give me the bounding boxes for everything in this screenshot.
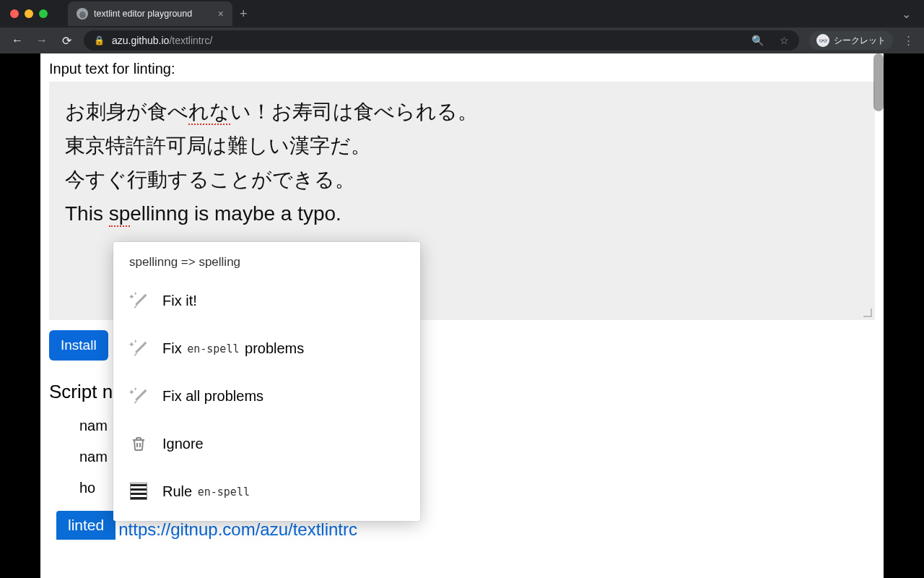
vertical-scrollbar[interactable] (873, 53, 884, 111)
address-bar[interactable]: 🔒 azu.github.io/textlintrc/ 🔍 ☆ (84, 30, 799, 51)
popup-header: spellinng => spelling (113, 242, 420, 277)
address-bar-row: ← → ⟳ 🔒 azu.github.io/textlintrc/ 🔍 ☆ 👓 … (0, 27, 924, 53)
tab-title: textlint editor playground (94, 9, 212, 19)
incognito-badge: 👓 シークレット (809, 31, 893, 50)
wand-icon (129, 387, 148, 405)
url-path: /textlintrc/ (169, 35, 212, 46)
popup-item-label: Ignore (162, 436, 204, 452)
popup-item-label: Fix it! (162, 293, 197, 309)
kebab-menu-icon[interactable]: ⋮ (903, 34, 914, 47)
popup-item-label: Fix en-spell problems (162, 340, 304, 357)
close-tab-icon[interactable]: × (218, 8, 224, 20)
lint-suggestion-popup: spellinng => spelling Fix it!Fix en-spel… (113, 242, 420, 521)
trash-icon (129, 434, 148, 453)
editor-line[interactable]: This spellinng is maybe a typo. (65, 197, 859, 230)
popup-item-3[interactable]: Ignore (113, 420, 420, 467)
popup-item-label: Fix all problems (162, 388, 263, 405)
popup-item-1[interactable]: Fix en-spell problems (113, 324, 420, 372)
close-window-icon[interactable] (10, 9, 19, 18)
rule-icon (129, 482, 148, 501)
forward-button[interactable]: → (35, 34, 49, 47)
bookmark-icon[interactable]: ☆ (780, 35, 789, 46)
popup-item-4[interactable]: Rule en-spell (113, 467, 420, 515)
editor-line[interactable]: 東京特許許可局は難しい漢字だ。 (65, 129, 859, 163)
back-button[interactable]: ← (10, 34, 25, 47)
input-heading: Input text for linting: (49, 61, 875, 77)
favicon-icon: ◎ (77, 8, 88, 20)
tab-bar: ◎ textlint editor playground × + ⌄ (0, 0, 924, 27)
popup-item-0[interactable]: Fix it! (113, 277, 420, 324)
install-button[interactable]: Install (49, 330, 108, 361)
tab-overflow-icon[interactable]: ⌄ (902, 7, 911, 21)
new-tab-button[interactable]: + (240, 7, 248, 22)
reload-button[interactable]: ⟳ (59, 34, 74, 48)
wand-icon (129, 291, 148, 310)
browser-chrome: ◎ textlint editor playground × + ⌄ ← → ⟳… (0, 0, 924, 53)
window-controls[interactable] (10, 9, 48, 18)
maximize-window-icon[interactable] (39, 9, 48, 18)
wand-icon (129, 339, 148, 358)
incognito-label: シークレット (834, 35, 886, 47)
editor-line[interactable]: お刺身が食べれない！お寿司は食べられる。 (65, 95, 859, 129)
popup-item-label: Rule en-spell (162, 483, 251, 500)
lock-icon: 🔒 (94, 35, 105, 46)
browser-tab[interactable]: ◎ textlint editor playground × (68, 1, 232, 26)
minimize-window-icon[interactable] (25, 9, 33, 18)
url-fragment: nttps://gitnup.com/azu/textlintrc (118, 519, 357, 540)
url-host: azu.github.io (112, 35, 169, 46)
linted-button[interactable]: linted (56, 511, 116, 540)
popup-item-2[interactable]: Fix all problems (113, 372, 420, 420)
editor-line[interactable]: 今すぐ行動することができる。 (65, 163, 859, 197)
zoom-icon[interactable]: 🔍 (751, 35, 764, 46)
incognito-icon: 👓 (816, 34, 829, 47)
